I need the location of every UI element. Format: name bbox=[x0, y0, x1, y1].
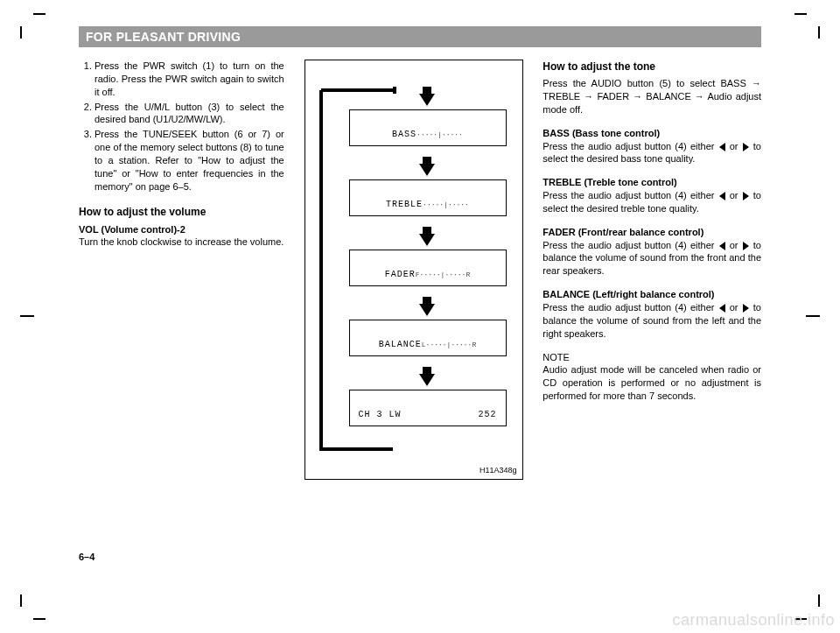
lcd-scale: L·····|·····R bbox=[422, 341, 476, 350]
right-arrow-icon bbox=[743, 304, 749, 313]
crop-mark bbox=[33, 13, 46, 15]
treble-body: Press the audio adjust button (4) either… bbox=[542, 189, 761, 215]
audio-mode-diagram: BASS·····|····· TREBLE·····|····· FADERF… bbox=[304, 60, 523, 480]
lcd-bass: BASS·····|····· bbox=[349, 109, 507, 146]
crop-mark bbox=[818, 594, 820, 607]
crop-mark bbox=[20, 315, 34, 317]
crop-mark bbox=[794, 13, 807, 15]
note-body: Audio adjust mode will be canceled when … bbox=[542, 363, 761, 403]
instruction-step: Press the TUNE/SEEK button (6 or 7) or o… bbox=[94, 128, 284, 193]
balance-heading: BALANCE (Left/right balance control) bbox=[542, 289, 714, 299]
right-arrow-icon bbox=[743, 192, 749, 200]
lcd-radio: CH 3 LW 252 bbox=[349, 390, 507, 426]
lcd-scale: ·····|····· bbox=[423, 200, 469, 210]
instruction-step: Press the PWR switch (1) to turn on the … bbox=[94, 60, 284, 99]
left-arrow-icon bbox=[719, 192, 725, 200]
volume-heading: How to adjust the volume bbox=[79, 205, 284, 219]
lcd-text: CH 3 LW bbox=[359, 409, 402, 421]
fader-body: Press the audio adjust button (4) either… bbox=[542, 239, 761, 278]
lcd-scale: F·····|·····R bbox=[416, 271, 470, 280]
lcd-text: TREBLE bbox=[386, 199, 423, 211]
vol-body: Turn the knob clockwise to increase the … bbox=[79, 236, 284, 249]
instruction-list: Press the PWR switch (1) to turn on the … bbox=[79, 60, 284, 193]
lcd-fader: FADERF·····|·····R bbox=[349, 250, 507, 286]
lcd-balance: BALANCEL·····|·····R bbox=[349, 320, 507, 356]
down-arrow-icon bbox=[419, 304, 435, 316]
page-content: FOR PLEASANT DRIVING Press the PWR switc… bbox=[79, 26, 761, 569]
tone-heading: How to adjust the tone bbox=[542, 60, 761, 74]
lcd-text: BASS bbox=[392, 129, 416, 141]
lcd-text: FADER bbox=[385, 269, 416, 281]
vol-label: VOL (Volume control)-2 bbox=[79, 224, 186, 235]
tone-body: Press the AUDIO button (5) to select BAS… bbox=[542, 77, 761, 116]
lcd-text: 252 bbox=[479, 409, 497, 421]
center-column: BASS·····|····· TREBLE·····|····· FADERF… bbox=[300, 60, 528, 480]
lcd-text: BALANCE bbox=[379, 339, 422, 351]
figure-label: H11A348g bbox=[480, 465, 517, 475]
left-arrow-icon bbox=[719, 143, 725, 151]
right-arrow-icon bbox=[743, 143, 749, 151]
balance-body: Press the audio adjust button (4) either… bbox=[542, 301, 761, 341]
watermark: carmanualsonline.info bbox=[672, 611, 835, 629]
crop-mark bbox=[33, 618, 46, 620]
instruction-step: Press the U/M/L button (3) to select the… bbox=[94, 101, 284, 127]
left-arrow-icon bbox=[719, 242, 725, 250]
left-column: Press the PWR switch (1) to turn on the … bbox=[79, 60, 284, 480]
section-header: FOR PLEASANT DRIVING bbox=[79, 26, 761, 47]
lcd-scale: ·····|····· bbox=[416, 130, 463, 140]
crop-mark bbox=[806, 315, 820, 317]
page-number: 6–4 bbox=[79, 552, 94, 562]
fader-heading: FADER (Front/rear balance control) bbox=[542, 227, 704, 237]
left-arrow-icon bbox=[719, 304, 725, 313]
bass-body: Press the audio adjust button (4) either… bbox=[542, 140, 761, 166]
crop-mark bbox=[20, 594, 22, 607]
crop-mark bbox=[818, 26, 820, 39]
down-arrow-icon bbox=[419, 164, 435, 176]
down-arrow-icon bbox=[419, 374, 435, 386]
treble-heading: TREBLE (Treble tone control) bbox=[542, 177, 676, 187]
crop-mark bbox=[20, 26, 22, 39]
right-column: How to adjust the tone Press the AUDIO b… bbox=[542, 60, 761, 480]
lcd-treble: TREBLE·····|····· bbox=[349, 179, 507, 216]
down-arrow-icon bbox=[419, 94, 435, 106]
note-heading: NOTE bbox=[542, 351, 761, 364]
bass-heading: BASS (Bass tone control) bbox=[542, 128, 660, 138]
content-columns: Press the PWR switch (1) to turn on the … bbox=[79, 60, 761, 480]
right-arrow-icon bbox=[743, 242, 749, 250]
down-arrow-icon bbox=[419, 234, 435, 246]
